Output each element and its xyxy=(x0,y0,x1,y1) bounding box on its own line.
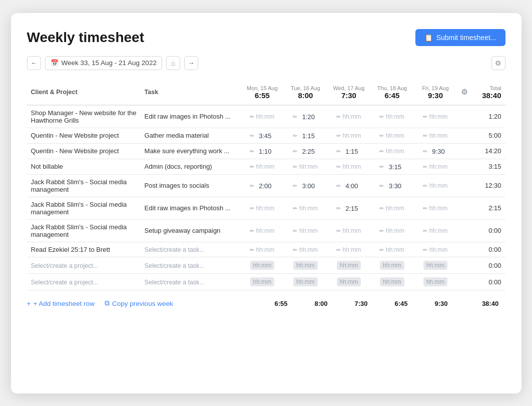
time-cell-thu[interactable]: ✏3:15 xyxy=(370,159,414,174)
task-cell[interactable]: Gather media material xyxy=(141,128,241,143)
task-cell[interactable]: Post images to socials xyxy=(141,174,241,197)
task-cell[interactable]: Admin (docs, reporting) xyxy=(141,159,241,174)
time-cell-thu[interactable]: ✏3:30 xyxy=(370,174,414,197)
edit-icon[interactable]: ✏ xyxy=(379,183,384,189)
edit-icon[interactable]: ✏ xyxy=(423,183,427,189)
edit-icon[interactable]: ✏ xyxy=(336,133,341,139)
edit-icon[interactable]: ✏ xyxy=(423,148,427,155)
time-cell-thu[interactable]: ✏hh:mm xyxy=(370,105,414,128)
time-cell-mon[interactable]: ✏hh:mm xyxy=(241,197,284,219)
time-cell-wed[interactable]: ✏4:00 xyxy=(327,174,371,197)
time-cell-wed[interactable]: ✏1:15 xyxy=(327,143,371,159)
time-cell-mon[interactable]: ✏2:00 xyxy=(241,174,284,197)
time-cell-tue[interactable]: ✏1:15 xyxy=(284,128,327,143)
edit-icon[interactable]: ✏ xyxy=(336,164,341,170)
time-cell-mon[interactable]: ✏3:45 xyxy=(241,128,284,143)
select-task-placeholder[interactable]: Select/create a task... xyxy=(145,279,205,286)
time-cell-wed[interactable]: ✏hh:mm xyxy=(327,128,371,143)
edit-icon[interactable]: ✏ xyxy=(379,133,384,139)
time-cell-fri[interactable]: ✏hh:mm xyxy=(414,128,457,143)
edit-icon[interactable]: ✏ xyxy=(250,228,254,234)
edit-icon[interactable]: ✏ xyxy=(293,205,297,212)
time-cell-tue[interactable]: ✏3:00 xyxy=(284,174,327,197)
submit-timesheet-button[interactable]: 📋 Submit timesheet... xyxy=(415,29,505,46)
empty-time-cell-fri[interactable]: hh:mm xyxy=(414,274,457,290)
edit-icon[interactable]: ✏ xyxy=(423,228,427,234)
edit-icon[interactable]: ✏ xyxy=(336,148,341,155)
add-timesheet-row-button[interactable]: + + Add timesheet row xyxy=(27,300,95,307)
client-cell[interactable]: Not billable xyxy=(27,159,141,174)
edit-icon[interactable]: ✏ xyxy=(379,114,384,120)
time-cell-thu[interactable]: ✏hh:mm xyxy=(370,128,414,143)
time-cell-tue[interactable]: ✏hh:mm xyxy=(284,219,327,242)
task-cell[interactable]: Make sure everything work ... xyxy=(141,143,241,159)
client-cell[interactable]: Jack Rabbit Slim's - Social media manage… xyxy=(27,219,141,242)
time-cell-fri[interactable]: ✏hh:mm xyxy=(414,219,457,242)
edit-icon[interactable]: ✏ xyxy=(423,205,427,212)
edit-icon[interactable]: ✏ xyxy=(293,228,297,234)
time-cell-mon[interactable]: ✏hh:mm xyxy=(241,159,284,174)
edit-icon[interactable]: ✏ xyxy=(250,114,254,120)
empty-time-cell-tue[interactable]: hh:mm xyxy=(284,274,327,290)
client-cell[interactable]: Read Ezekiel 25:17 to Brett xyxy=(27,242,141,257)
task-cell[interactable]: Edit raw images in Photosh ... xyxy=(141,105,241,128)
select-project-placeholder[interactable]: Select/create a project... xyxy=(31,262,99,269)
empty-task-cell[interactable]: Select/create a task... xyxy=(141,274,241,290)
edit-icon[interactable]: ✏ xyxy=(336,114,341,120)
time-cell-mon[interactable]: ✏hh:mm xyxy=(241,105,284,128)
client-cell[interactable]: Jack Rabbit Slim's - Social media manage… xyxy=(27,197,141,219)
time-cell-fri[interactable]: ✏hh:mm xyxy=(414,159,457,174)
home-button[interactable]: ⌂ xyxy=(166,56,180,70)
edit-icon[interactable]: ✏ xyxy=(250,205,254,212)
time-cell-thu[interactable]: ✏hh:mm xyxy=(370,219,414,242)
copy-previous-week-button[interactable]: ⧉ Copy previous week xyxy=(105,299,173,307)
edit-icon[interactable]: ✏ xyxy=(293,114,297,120)
select-task-placeholder[interactable]: Select/create a task... xyxy=(145,262,205,269)
edit-icon[interactable]: ✏ xyxy=(379,247,384,253)
time-cell-tue[interactable]: ✏1:20 xyxy=(284,105,327,128)
time-cell-wed[interactable]: ✏2:15 xyxy=(327,197,371,219)
edit-icon[interactable]: ✏ xyxy=(250,148,254,155)
time-cell-tue[interactable]: ✏hh:mm xyxy=(284,242,327,257)
empty-time-cell-fri[interactable]: hh:mm xyxy=(414,257,457,274)
edit-icon[interactable]: ✏ xyxy=(336,247,341,253)
empty-time-cell-wed[interactable]: hh:mm xyxy=(327,274,371,290)
edit-icon[interactable]: ✏ xyxy=(336,228,341,234)
time-cell-thu[interactable]: ✏hh:mm xyxy=(370,197,414,219)
time-cell-tue[interactable]: ✏hh:mm xyxy=(284,197,327,219)
time-cell-mon[interactable]: ✏hh:mm xyxy=(241,242,284,257)
time-cell-fri[interactable]: ✏hh:mm xyxy=(414,174,457,197)
task-cell[interactable]: Edit raw images in Photosh ... xyxy=(141,197,241,219)
empty-client-cell[interactable]: Select/create a project... xyxy=(27,257,141,274)
time-cell-mon[interactable]: ✏hh:mm xyxy=(241,219,284,242)
edit-icon[interactable]: ✏ xyxy=(293,164,297,170)
settings-button[interactable]: ⚙ xyxy=(491,56,505,70)
edit-icon[interactable]: ✏ xyxy=(293,247,297,253)
empty-time-cell-thu[interactable]: hh:mm xyxy=(370,274,414,290)
time-cell-wed[interactable]: ✏hh:mm xyxy=(327,242,371,257)
edit-icon[interactable]: ✏ xyxy=(379,148,384,155)
empty-time-cell-wed[interactable]: hh:mm xyxy=(327,257,371,274)
edit-icon[interactable]: ✏ xyxy=(293,148,297,155)
empty-time-cell-mon[interactable]: hh:mm xyxy=(241,257,284,274)
time-cell-fri[interactable]: ✏hh:mm xyxy=(414,105,457,128)
client-cell[interactable]: Quentin - New Website project xyxy=(27,128,141,143)
prev-week-button[interactable]: ← xyxy=(27,56,41,70)
select-task-placeholder[interactable]: Select/create a task... xyxy=(145,246,205,253)
client-cell[interactable]: Shop Manager - New website for the Hawth… xyxy=(27,105,141,128)
time-cell-wed[interactable]: ✏hh:mm xyxy=(327,105,371,128)
edit-icon[interactable]: ✏ xyxy=(423,247,427,253)
empty-client-cell[interactable]: Select/create a project... xyxy=(27,274,141,290)
time-cell-thu[interactable]: ✏hh:mm xyxy=(370,242,414,257)
time-cell-tue[interactable]: ✏hh:mm xyxy=(284,159,327,174)
edit-icon[interactable]: ✏ xyxy=(379,228,384,234)
time-cell-wed[interactable]: ✏hh:mm xyxy=(327,219,371,242)
task-cell[interactable]: Setup giveaway campaign xyxy=(141,219,241,242)
edit-icon[interactable]: ✏ xyxy=(423,114,427,120)
edit-icon[interactable]: ✏ xyxy=(250,164,254,170)
edit-icon[interactable]: ✏ xyxy=(293,183,297,189)
edit-icon[interactable]: ✏ xyxy=(336,205,341,212)
edit-icon[interactable]: ✏ xyxy=(336,183,341,189)
edit-icon[interactable]: ✏ xyxy=(423,133,427,139)
next-week-button[interactable]: → xyxy=(184,56,198,70)
